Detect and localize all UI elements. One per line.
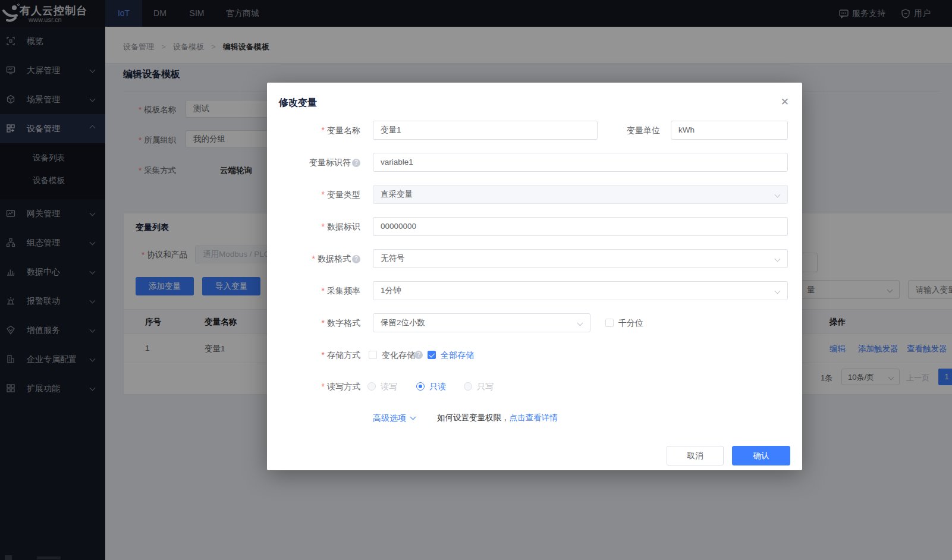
chevron-down-icon <box>775 288 781 294</box>
data-format-label: 数据格式? <box>271 249 360 268</box>
name-label: 变量名称 <box>271 121 360 140</box>
help-icon[interactable]: ? <box>352 255 360 263</box>
number-format-select[interactable]: 保留2位小数 <box>373 313 590 332</box>
number-format-label: 数字格式 <box>271 313 360 332</box>
rw-radio-writeonly[interactable] <box>464 382 472 391</box>
cancel-button[interactable]: 取消 <box>667 446 724 465</box>
view-details-link[interactable]: 点击查看详情 <box>510 413 558 422</box>
chevron-down-icon <box>775 192 781 198</box>
full-storage-checkbox[interactable] <box>428 351 436 359</box>
thousands-label: 千分位 <box>618 313 643 332</box>
type-select[interactable]: 直采变量 <box>373 185 788 204</box>
storage-label: 存储方式 <box>271 345 360 364</box>
rw-readonly-label: 只读 <box>429 377 446 396</box>
unit-input[interactable]: kWh <box>671 121 788 140</box>
rw-radio-readwrite[interactable] <box>367 382 376 391</box>
data-format-select[interactable]: 无符号 <box>373 249 788 268</box>
type-label: 变量类型 <box>271 185 360 204</box>
name-input[interactable]: 变量1 <box>373 121 598 140</box>
change-storage-checkbox[interactable] <box>369 351 377 359</box>
identifier-label: 变量标识符? <box>271 153 360 172</box>
rw-radio-readonly[interactable] <box>416 382 425 391</box>
confirm-button[interactable]: 确认 <box>732 446 790 465</box>
rw-label: 读写方式 <box>271 377 360 396</box>
unit-label: 变量单位 <box>595 121 660 140</box>
frequency-select[interactable]: 1分钟 <box>373 281 788 300</box>
full-storage-label: 全部存储 <box>441 345 474 364</box>
advanced-options-toggle[interactable]: 高级选项 <box>373 408 415 427</box>
rw-writeonly-label: 只写 <box>477 377 494 396</box>
modal-title: 修改变量 <box>279 97 317 109</box>
close-icon[interactable]: ✕ <box>781 97 789 107</box>
permission-hint: 如何设置变量权限，点击查看详情 <box>437 408 558 427</box>
thousands-checkbox[interactable] <box>605 319 614 327</box>
rw-readwrite-label: 读写 <box>381 377 397 396</box>
data-id-label: 数据标识 <box>271 217 360 236</box>
chevron-down-icon <box>775 256 781 262</box>
change-storage-label: 变化存储 <box>382 345 415 364</box>
help-icon[interactable]: ? <box>352 159 360 167</box>
chevron-down-icon <box>577 320 583 326</box>
help-icon[interactable]: ? <box>414 351 423 359</box>
data-id-input[interactable]: 00000000 <box>373 217 788 236</box>
edit-variable-modal: 修改变量 ✕ 变量名称 变量1 变量单位 kWh 变量标识符? variable… <box>267 83 802 470</box>
identifier-input[interactable]: variable1 <box>373 153 788 172</box>
chevron-down-icon <box>410 414 416 420</box>
frequency-label: 采集频率 <box>271 281 360 300</box>
